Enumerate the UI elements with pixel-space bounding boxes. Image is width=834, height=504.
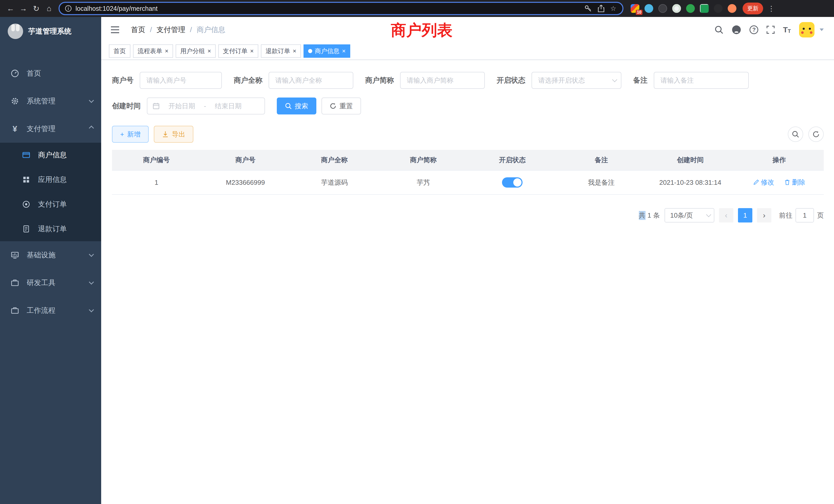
browser-update-button[interactable]: 更新 (743, 3, 763, 14)
user-menu-caret-icon[interactable] (820, 28, 824, 31)
short-name-input[interactable] (400, 72, 485, 89)
reset-button[interactable]: 重置 (322, 97, 361, 114)
help-icon[interactable]: ? (749, 25, 758, 34)
url-text: localhost:1024/pay/merchant (75, 5, 584, 12)
site-info-icon[interactable] (65, 5, 72, 12)
sidebar-toggle-icon[interactable] (110, 26, 120, 33)
sidebar-item-merchant-info[interactable]: 商户信息 (0, 143, 101, 167)
close-icon[interactable]: × (165, 48, 169, 54)
extension-icon[interactable] (658, 4, 667, 13)
cell-create-time: 2021-10-23 08:31:14 (646, 170, 735, 194)
gear-icon (10, 97, 20, 105)
browser-home-icon[interactable]: ⌂ (43, 2, 56, 15)
extension-icon[interactable] (672, 4, 681, 13)
browser-forward-icon[interactable]: → (17, 2, 30, 15)
browser-back-icon[interactable]: ← (4, 2, 17, 15)
page-size-select[interactable]: 10条/页 (664, 208, 714, 223)
close-icon[interactable]: × (293, 48, 296, 54)
create-time-range-picker[interactable]: - (147, 97, 265, 114)
search-icon[interactable] (715, 25, 723, 34)
page-1-button[interactable]: 1 (738, 208, 752, 223)
extension-icon[interactable] (714, 4, 723, 13)
extension-icon[interactable] (686, 4, 695, 13)
sidebar-item-infrastructure[interactable]: 基础设施 (0, 241, 101, 269)
tab-refund-order[interactable]: 退款订单 × (261, 44, 301, 58)
browser-menu-icon[interactable]: ⋮ (768, 4, 775, 13)
end-date-input[interactable] (209, 102, 247, 110)
goto-page-input[interactable] (795, 208, 814, 223)
target-icon (22, 200, 31, 208)
export-button[interactable]: 导出 (154, 126, 193, 143)
status-select[interactable]: 请选择开启状态 (531, 72, 621, 89)
close-icon[interactable]: × (250, 48, 254, 54)
password-key-icon[interactable] (584, 5, 592, 12)
payment-submenu: 商户信息 应用信息 支付订单 (0, 143, 101, 241)
extension-icon[interactable] (728, 4, 737, 13)
pagination: 共 1 条 10条/页 ‹ 1 › 前往 页 (112, 208, 824, 223)
font-size-icon[interactable]: TT (783, 25, 791, 34)
sidebar-item-payment[interactable]: ¥ 支付管理 (0, 115, 101, 143)
page-annotation: 商户列表 (391, 20, 453, 41)
status-label: 开启状态 (497, 75, 525, 85)
close-icon[interactable]: × (342, 48, 346, 54)
credit-card-icon (22, 151, 31, 159)
tab-pay-order[interactable]: 支付订单 × (218, 44, 258, 58)
chart-board-icon (10, 251, 20, 259)
prev-page-button[interactable]: ‹ (719, 208, 733, 223)
sidebar-item-system[interactable]: 系统管理 (0, 87, 101, 115)
create-time-label: 创建时间 (112, 101, 141, 111)
start-date-input[interactable] (163, 102, 201, 110)
app-logo[interactable]: 芋道管理系统 (0, 17, 101, 46)
fullscreen-icon[interactable] (766, 26, 775, 34)
chevron-down-icon (89, 252, 94, 257)
refresh-icon (330, 102, 336, 109)
tab-merchant-info[interactable]: 商户信息 × (304, 44, 350, 58)
chevron-down-icon (89, 98, 94, 103)
chevron-up-icon (89, 125, 94, 131)
sidebar-item-home[interactable]: 首页 (0, 60, 101, 87)
status-toggle[interactable] (502, 177, 523, 188)
user-avatar[interactable] (799, 22, 814, 38)
sidebar-item-refund-order[interactable]: 退款订单 (0, 216, 101, 241)
breadcrumb-home[interactable]: 首页 (131, 25, 145, 35)
extension-icon[interactable] (644, 4, 653, 13)
dashboard-icon (10, 69, 20, 77)
merchant-no-input[interactable] (140, 72, 222, 89)
pencil-icon (753, 179, 759, 185)
close-icon[interactable]: × (207, 48, 211, 54)
edit-link[interactable]: 修改 (753, 178, 774, 187)
table-row: 1 M233666999 芋道源码 芋艿 我是备注 2021-10-23 08:… (112, 170, 824, 194)
full-name-input[interactable] (269, 72, 353, 89)
app-title: 芋道管理系统 (28, 26, 71, 36)
download-icon (162, 131, 169, 138)
toggle-search-button[interactable] (788, 127, 803, 142)
extension-icon[interactable] (700, 4, 709, 13)
sidebar-item-app-info[interactable]: 应用信息 (0, 167, 101, 192)
breadcrumb-section[interactable]: 支付管理 (157, 25, 185, 35)
tab-home[interactable]: 首页 (109, 44, 130, 58)
browser-reload-icon[interactable]: ↻ (30, 2, 43, 15)
tab-user-group[interactable]: 用户分组 × (176, 44, 216, 58)
sidebar-item-pay-order[interactable]: 支付订单 (0, 192, 101, 216)
remark-input[interactable] (654, 72, 749, 89)
tab-process-form[interactable]: 流程表单 × (133, 44, 173, 58)
breadcrumb: 首页 / 支付管理 / 商户信息 (131, 25, 225, 35)
page-content: 商户号 商户全称 商户简称 开启状态 请选择开启状态 (101, 60, 834, 504)
bookmark-star-icon[interactable]: ☆ (610, 5, 616, 13)
sidebar-item-devtools[interactable]: 研发工具 (0, 269, 101, 297)
browser-chrome: ← → ↻ ⌂ localhost:1024/pay/merchant ☆ 10 (0, 0, 834, 17)
cell-remark: 我是备注 (557, 170, 646, 194)
sidebar-item-workflow[interactable]: 工作流程 (0, 297, 101, 324)
add-button[interactable]: + 新增 (112, 126, 149, 143)
github-icon[interactable] (731, 25, 741, 35)
extension-icons: 10 (631, 4, 737, 13)
search-button[interactable]: 搜索 (277, 97, 316, 114)
chevron-down-icon (706, 212, 711, 217)
next-page-button[interactable]: › (757, 208, 771, 223)
extension-icon[interactable]: 10 (631, 4, 639, 13)
address-bar[interactable]: localhost:1024/pay/merchant ☆ (59, 2, 623, 15)
share-icon[interactable] (597, 5, 605, 12)
cell-id: 1 (112, 170, 201, 194)
refresh-table-button[interactable] (808, 127, 824, 142)
delete-link[interactable]: 删除 (784, 178, 805, 187)
